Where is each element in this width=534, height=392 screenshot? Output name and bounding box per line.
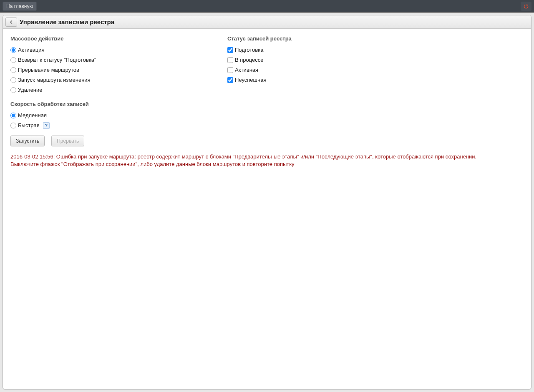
status-option-in-process[interactable]: В процессе	[227, 55, 428, 65]
back-button[interactable]	[5, 18, 17, 27]
status-option-failed[interactable]: Неуспешная	[227, 75, 428, 85]
radio-delete[interactable]	[10, 87, 16, 93]
checkbox-prep-label: Подготовка	[235, 46, 263, 54]
checkbox-active[interactable]	[227, 67, 233, 73]
checkbox-prep[interactable]	[227, 47, 233, 53]
radio-slow[interactable]	[10, 113, 16, 118]
button-row: Запустить Прервать	[10, 136, 211, 146]
status-column: Статус записей реестра Подготовка В проц…	[227, 35, 428, 146]
main-panel: Управление записями реестра Массовое дей…	[3, 15, 531, 389]
checkbox-in-process-label: В процессе	[235, 56, 264, 64]
power-button[interactable]	[521, 2, 531, 11]
radio-delete-label: Удаление	[18, 86, 43, 94]
start-button[interactable]: Запустить	[10, 136, 45, 146]
radio-start-change[interactable]	[10, 77, 16, 83]
help-icon[interactable]: ?	[43, 122, 50, 129]
mass-action-option-delete[interactable]: Удаление	[10, 85, 211, 95]
checkbox-active-label: Активная	[235, 66, 258, 74]
chevron-left-icon	[9, 20, 14, 25]
mass-action-label: Массовое действие	[10, 35, 211, 42]
speed-option-fast[interactable]: Быстрая ?	[10, 121, 211, 131]
radio-interrupt[interactable]	[10, 67, 16, 73]
speed-label: Скорость обработки записей	[10, 101, 211, 107]
radio-slow-label: Медленная	[18, 111, 47, 120]
mass-action-option-return-prep[interactable]: Возврат к статусу "Подготовка"	[10, 55, 211, 65]
app-bar: На главную	[0, 0, 534, 13]
checkbox-failed[interactable]	[227, 77, 233, 83]
speed-section: Скорость обработки записей Медленная Быс…	[10, 101, 211, 131]
panel-header: Управление записями реестра	[3, 15, 531, 29]
radio-start-change-label: Запуск маршрута изменения	[18, 76, 91, 84]
radio-return-prep[interactable]	[10, 57, 16, 63]
error-message: 2016-03-02 15:56: Ошибка при запуске мар…	[10, 153, 503, 168]
status-option-active[interactable]: Активная	[227, 65, 428, 75]
abort-button[interactable]: Прервать	[51, 136, 84, 146]
status-option-prep[interactable]: Подготовка	[227, 45, 428, 55]
mass-action-column: Массовое действие Активация Возврат к ст…	[10, 35, 211, 146]
radio-activation-label: Активация	[18, 46, 44, 54]
radio-fast[interactable]	[10, 123, 16, 128]
status-label: Статус записей реестра	[227, 35, 428, 42]
mass-action-option-activation[interactable]: Активация	[10, 45, 211, 55]
panel-title: Управление записями реестра	[20, 18, 114, 25]
mass-action-option-interrupt[interactable]: Прерывание маршрутов	[10, 65, 211, 75]
home-button[interactable]: На главную	[3, 2, 37, 11]
panel-body: Массовое действие Активация Возврат к ст…	[3, 29, 531, 173]
radio-return-prep-label: Возврат к статусу "Подготовка"	[18, 56, 96, 64]
power-icon	[523, 3, 529, 9]
radio-activation[interactable]	[10, 47, 16, 53]
radio-fast-label: Быстрая	[18, 121, 40, 130]
checkbox-failed-label: Неуспешная	[235, 76, 266, 84]
mass-action-option-start-change[interactable]: Запуск маршрута изменения	[10, 75, 211, 85]
checkbox-in-process[interactable]	[227, 57, 233, 63]
radio-interrupt-label: Прерывание маршрутов	[18, 66, 79, 74]
speed-option-slow[interactable]: Медленная	[10, 111, 211, 121]
